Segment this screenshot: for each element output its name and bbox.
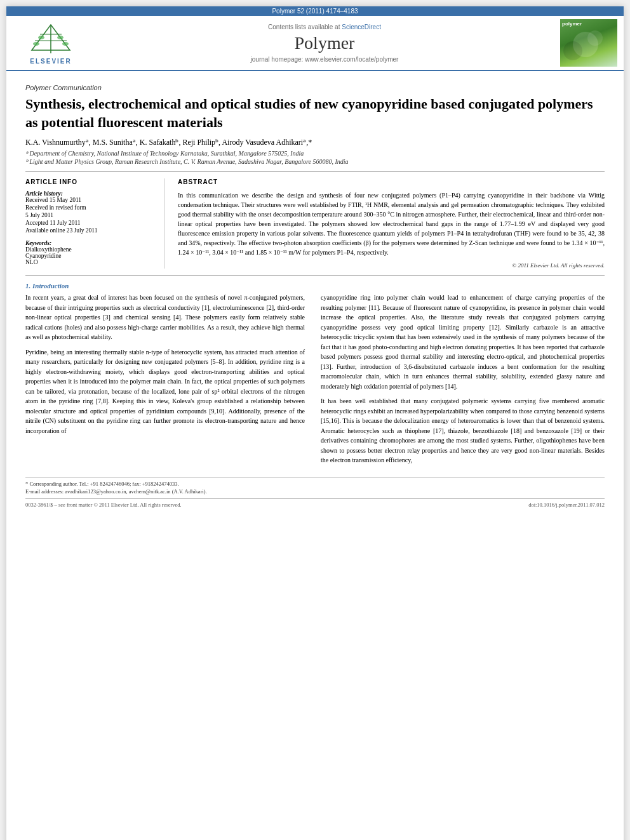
corresponding-author-note: * Corresponding author. Tel.: +91 824247… [25, 480, 605, 488]
intro-right-para-2: It has been well established that many c… [321, 396, 605, 465]
article-info-section: ARTICLE INFO Article history: Received 1… [25, 178, 165, 269]
bottom-bar: 0032-3861/$ – see front matter © 2011 El… [25, 498, 605, 508]
journal-issue-bar: Polymer 52 (2011) 4174–4183 [6, 6, 624, 16]
introduction-left-col: In recent years, a great deal of interes… [25, 293, 305, 470]
introduction-heading: 1. Introduction [25, 282, 605, 290]
journal-header: ELSEVIER Contents lists available at Sci… [6, 16, 624, 71]
header-divider [25, 171, 605, 172]
keyword-3: NLO [25, 259, 155, 265]
email-label: E-mail addresses: [25, 488, 64, 495]
available-online-date: Available online 23 July 2011 [25, 227, 155, 234]
intro-right-para-1: cyanopyridine ring into polymer chain wo… [321, 293, 605, 391]
journal-issue-text: Polymer 52 (2011) 4174–4183 [272, 8, 358, 15]
abstract-heading: ABSTRACT [178, 178, 605, 185]
sciencedirect-anchor[interactable]: ScienceDirect [342, 23, 381, 30]
journal-cover-image: polymer [560, 19, 617, 67]
copyright-notice: © 2011 Elsevier Ltd. All rights reserved… [178, 262, 605, 269]
keyword-2: Cyanopyridine [25, 253, 155, 259]
svg-point-8 [62, 42, 69, 46]
doi-text: doi:10.1016/j.polymer.2011.07.012 [528, 502, 605, 508]
email-addresses: E-mail addresses: avadhikari123@yahoo.co… [25, 488, 605, 496]
article-title: Synthesis, electrochemical and optical s… [25, 95, 605, 131]
elsevier-brand-text: ELSEVIER [30, 58, 71, 65]
introduction-body: In recent years, a great deal of interes… [25, 293, 605, 470]
received-revised-label: Received in revised form [25, 204, 155, 211]
intro-para-2: Pyridine, being an interesting thermally… [25, 347, 305, 436]
affiliation-b: ᵇ Light and Matter Physics Group, Raman … [25, 158, 605, 165]
journal-name-block: Contents lists available at ScienceDirec… [89, 20, 560, 66]
journal-homepage-url: journal homepage: www.elsevier.com/locat… [92, 56, 557, 63]
svg-point-6 [57, 36, 64, 39]
body-divider [25, 275, 605, 276]
received-date: Received 15 May 2011 [25, 197, 155, 203]
elsevier-logo: ELSEVIER [13, 22, 89, 65]
abstract-section: ABSTRACT In this communication we descri… [178, 178, 605, 269]
journal-title: Polymer [92, 33, 557, 53]
footer-section: * Corresponding author. Tel.: +91 824247… [25, 477, 605, 497]
article-info-heading: ARTICLE INFO [25, 178, 155, 185]
svg-point-10 [587, 30, 603, 46]
revised-date: 5 July 2011 [25, 212, 155, 218]
svg-point-11 [563, 41, 582, 60]
corresponding-author-text: * Corresponding author. Tel.: +91 824247… [25, 481, 179, 487]
sciencedirect-link: Contents lists available at ScienceDirec… [92, 23, 557, 30]
accepted-date: Accepted 11 July 2011 [25, 220, 155, 226]
affiliation-a: ᵃ Department of Chemistry, National Inst… [25, 150, 605, 157]
keywords-label: Keywords: [25, 240, 155, 246]
section-title-text: Introduction [32, 282, 69, 290]
authors-line: K.A. Vishnumurthyᵃ, M.S. Sunithaᵃ, K. Sa… [25, 138, 605, 147]
svg-point-5 [38, 36, 44, 39]
info-abstract-block: ARTICLE INFO Article history: Received 1… [25, 178, 605, 269]
section-number: 1. [25, 282, 30, 290]
page: Polymer 52 (2011) 4174–4183 ELSEVIER [6, 6, 624, 840]
introduction-right-col: cyanopyridine ring into polymer chain wo… [321, 293, 605, 470]
svg-point-7 [33, 42, 39, 46]
history-label: Article history: [25, 190, 155, 197]
keyword-1: Dialkoxythiophene [25, 246, 155, 253]
intro-para-1: In recent years, a great deal of interes… [25, 293, 305, 342]
email-values: avadhikari123@yahoo.co.in, avchem@nitk.a… [65, 488, 206, 495]
authors-text: K.A. Vishnumurthyᵃ, M.S. Sunithaᵃ, K. Sa… [25, 138, 312, 147]
main-content: Polymer Communication Synthesis, electro… [6, 71, 624, 521]
article-type: Polymer Communication [25, 84, 605, 91]
issn-text: 0032-3861/$ – see front matter © 2011 El… [25, 502, 182, 508]
abstract-text: In this communication we describe the de… [178, 190, 605, 257]
